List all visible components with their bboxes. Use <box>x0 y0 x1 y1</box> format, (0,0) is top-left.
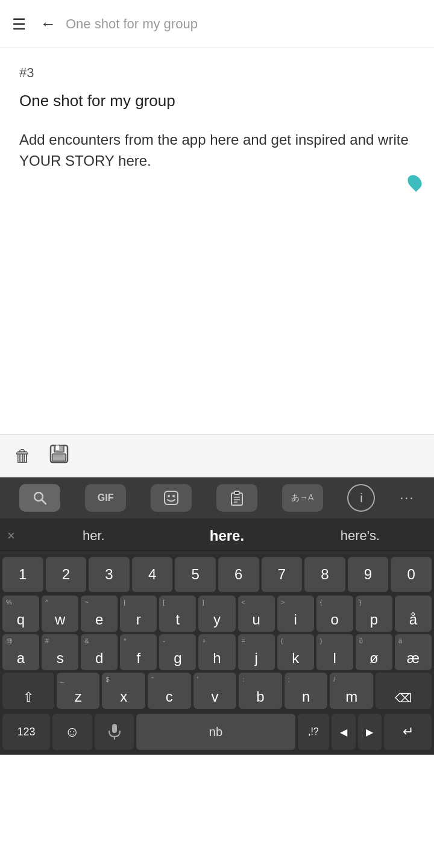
bottom-row: 123 ☺ nb ,!? ◀ ▶ ↵ <box>0 712 434 755</box>
suggestion-middle[interactable]: here. <box>160 527 294 544</box>
key-aa[interactable]: å <box>395 596 432 632</box>
enter-icon: ↵ <box>403 724 414 740</box>
key-z[interactable]: _z <box>57 673 100 709</box>
svg-rect-10 <box>234 491 239 494</box>
content-number: #3 <box>19 65 415 81</box>
punct-key[interactable]: ,!? <box>298 714 330 750</box>
keyboard-info-button[interactable]: i <box>347 484 375 512</box>
content-area: #3 One shot for my group Add encounters … <box>0 48 434 434</box>
save-button[interactable] <box>49 444 69 468</box>
key-8[interactable]: 8 <box>304 557 345 592</box>
key-7[interactable]: 7 <box>262 557 303 592</box>
key-row-1: %q ^w ~e |r [t ]y <u >i {o }p å <box>2 596 432 632</box>
key-s[interactable]: #s <box>42 634 78 670</box>
menu-icon[interactable]: ☰ <box>12 16 26 32</box>
emoji-button[interactable]: ☺ <box>52 714 92 750</box>
svg-rect-14 <box>112 724 117 733</box>
key-row-2: @a #s &d *f -g +h =j (k )l öø äæ <box>2 634 432 670</box>
key-e[interactable]: ~e <box>81 596 118 632</box>
translate-label: あ→A <box>291 492 313 503</box>
key-q[interactable]: %q <box>2 596 39 632</box>
svg-line-5 <box>42 500 46 504</box>
delete-key[interactable]: ⌫ <box>376 673 432 709</box>
svg-rect-6 <box>165 491 178 505</box>
key-3[interactable]: 3 <box>89 557 130 592</box>
key-m[interactable]: /m <box>330 673 373 709</box>
key-i[interactable]: >i <box>277 596 314 632</box>
key-rows: %q ^w ~e |r [t ]y <u >i {o }p å @a #s &d… <box>0 594 434 712</box>
key-9[interactable]: 9 <box>348 557 389 592</box>
info-icon: i <box>360 491 362 505</box>
key-o[interactable]: {o <box>316 596 353 632</box>
suggestions-close-button[interactable]: × <box>7 528 15 544</box>
content-title: One shot for my group <box>19 92 415 110</box>
left-arrow-icon: ◀ <box>340 726 347 738</box>
numeric-mode-button[interactable]: 123 <box>2 714 50 750</box>
key-6[interactable]: 6 <box>218 557 259 592</box>
key-ae[interactable]: äæ <box>395 634 432 670</box>
back-icon[interactable]: ← <box>40 14 56 33</box>
key-1[interactable]: 1 <box>2 557 43 592</box>
suggestion-right[interactable]: here's. <box>294 528 427 544</box>
key-w[interactable]: ^w <box>42 596 78 632</box>
content-body-text: Add encounters from the app here and get… <box>19 131 409 169</box>
number-row: 1 2 3 4 5 6 7 8 9 0 <box>0 553 434 594</box>
key-d[interactable]: &d <box>81 634 118 670</box>
key-0[interactable]: 0 <box>391 557 432 592</box>
delete-button[interactable]: 🗑 <box>14 446 31 466</box>
svg-point-7 <box>168 495 170 497</box>
key-5[interactable]: 5 <box>175 557 216 592</box>
right-arrow-icon: ▶ <box>366 726 373 738</box>
header-title: One shot for my group <box>66 16 198 32</box>
key-oslash[interactable]: öø <box>356 634 392 670</box>
emoji-icon: ☺ <box>65 723 80 740</box>
key-x[interactable]: $x <box>102 673 145 709</box>
keyboard-more-button[interactable]: ··· <box>400 490 414 506</box>
left-arrow-key[interactable]: ◀ <box>332 714 355 750</box>
key-f[interactable]: *f <box>120 634 157 670</box>
numeric-label: 123 <box>17 726 35 738</box>
key-n[interactable]: ;n <box>285 673 328 709</box>
key-v[interactable]: 'v <box>193 673 237 709</box>
gif-label: GIF <box>98 492 114 503</box>
keyboard-top-bar: GIF あ→A i ··· <box>0 477 434 518</box>
key-h[interactable]: +h <box>198 634 235 670</box>
key-r[interactable]: |r <box>120 596 157 632</box>
keyboard-gif-button[interactable]: GIF <box>85 484 126 512</box>
keyboard-translate-button[interactable]: あ→A <box>282 484 323 512</box>
enter-key[interactable]: ↵ <box>384 714 432 750</box>
key-g[interactable]: -g <box>159 634 196 670</box>
right-arrow-key[interactable]: ▶ <box>358 714 382 750</box>
key-k[interactable]: (k <box>277 634 314 670</box>
keyboard: GIF あ→A i ··· × <box>0 477 434 755</box>
svg-rect-3 <box>52 454 66 461</box>
key-4[interactable]: 4 <box>132 557 173 592</box>
keyboard-sticker-button[interactable] <box>151 484 192 512</box>
content-body[interactable]: Add encounters from the app here and get… <box>19 130 415 172</box>
shift-key[interactable]: ⇧ <box>2 673 54 709</box>
svg-point-8 <box>172 495 175 497</box>
key-2[interactable]: 2 <box>46 557 87 592</box>
key-c[interactable]: "c <box>148 673 191 709</box>
edit-toolbar: 🗑 <box>0 434 434 477</box>
key-b[interactable]: :b <box>239 673 282 709</box>
key-t[interactable]: [t <box>159 596 196 632</box>
keyboard-clipboard-button[interactable] <box>216 484 257 512</box>
key-a[interactable]: @a <box>2 634 39 670</box>
text-cursor <box>405 172 425 192</box>
keyboard-search-button[interactable] <box>19 484 60 512</box>
key-row-3: ⇧ _z $x "c 'v :b ;n /m ⌫ <box>2 673 432 709</box>
mic-button[interactable] <box>95 714 134 750</box>
svg-rect-2 <box>56 445 59 450</box>
space-key[interactable]: nb <box>136 714 295 750</box>
punct-label: ,!? <box>308 726 319 737</box>
suggestion-left[interactable]: her. <box>27 528 160 544</box>
key-u[interactable]: <u <box>238 596 275 632</box>
header: ☰ ← One shot for my group <box>0 0 434 48</box>
key-y[interactable]: ]y <box>198 596 235 632</box>
space-label: nb <box>209 725 222 739</box>
key-j[interactable]: =j <box>238 634 275 670</box>
key-l[interactable]: )l <box>316 634 353 670</box>
key-p[interactable]: }p <box>356 596 392 632</box>
suggestions-row: × her. here. here's. <box>0 518 434 553</box>
